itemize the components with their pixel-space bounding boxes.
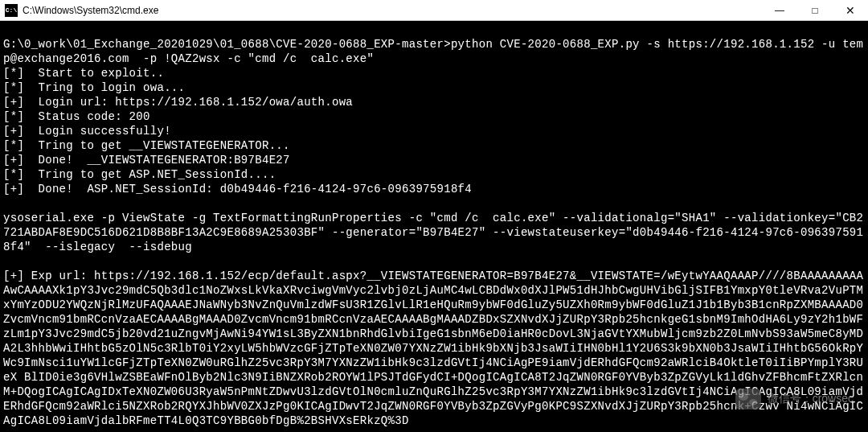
minimize-button[interactable]: — (762, 0, 797, 20)
window-title: C:\Windows\System32\cmd.exe (23, 5, 762, 16)
wechat-icon (735, 389, 761, 409)
watermark: 微信号：crowsec (735, 389, 854, 409)
close-button[interactable]: ✕ (833, 0, 868, 20)
terminal-output[interactable]: G:\0_work\01_Exchange_20201029\01_0688\C… (0, 21, 868, 432)
maximize-button[interactable]: □ (797, 0, 833, 20)
window-controls: — □ ✕ (762, 0, 868, 20)
watermark-text: 微信号：crowsec (768, 392, 854, 406)
cmd-icon: C:\ (5, 4, 18, 17)
title-bar: C:\ C:\Windows\System32\cmd.exe — □ ✕ (0, 0, 868, 21)
